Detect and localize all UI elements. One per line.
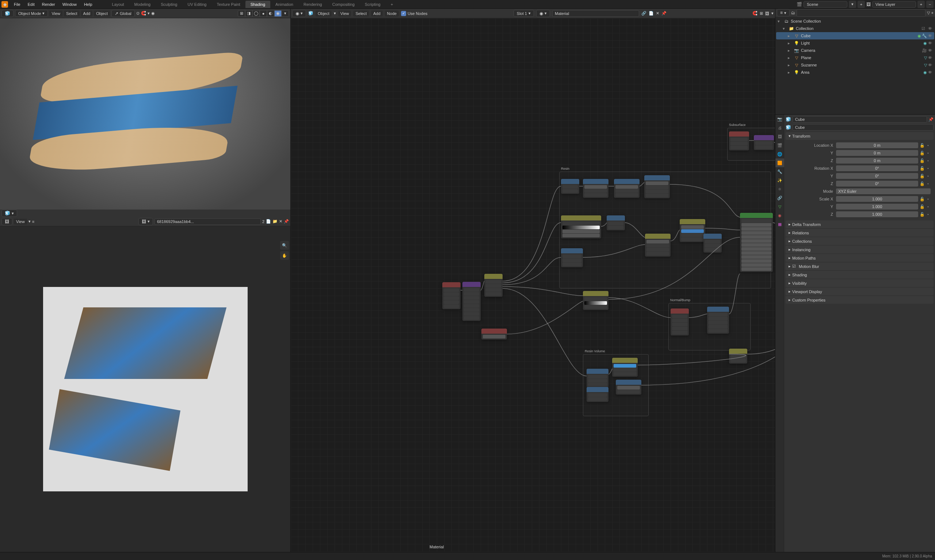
prop-tab-texture[interactable]: ▦ bbox=[775, 220, 784, 229]
node-select-menu[interactable]: Select bbox=[353, 11, 369, 17]
node-vol-1[interactable] bbox=[587, 369, 608, 388]
image-open-button[interactable]: 📁 bbox=[273, 219, 277, 224]
panel-visibility[interactable]: ▸Visibility bbox=[786, 279, 933, 287]
menu-render[interactable]: Render bbox=[39, 2, 59, 6]
orientation-dropdown[interactable]: ↗ Global bbox=[111, 10, 135, 17]
node-view-menu[interactable]: View bbox=[338, 11, 351, 17]
rotation-mode-dropdown[interactable]: XYZ Euler bbox=[836, 188, 930, 194]
proportional-toggle[interactable]: ◉ bbox=[151, 11, 155, 16]
collapse-icon[interactable]: ▾ bbox=[783, 26, 787, 31]
viewlayer-remove-button[interactable]: − bbox=[926, 1, 933, 8]
pin-button[interactable]: 📌 bbox=[929, 117, 933, 122]
shading-dropdown[interactable]: ▾ bbox=[282, 10, 289, 17]
node-tex-2[interactable] bbox=[614, 179, 639, 198]
node-tex-1[interactable] bbox=[583, 179, 608, 198]
collapse-icon[interactable]: ▸ bbox=[788, 34, 792, 38]
node-mix-1[interactable] bbox=[645, 234, 670, 257]
tree-collection[interactable]: ▾ 📁 Collection ☑👁 bbox=[776, 25, 934, 32]
prop-tab-world[interactable]: 🌐 bbox=[775, 150, 784, 158]
node-mapping-2[interactable] bbox=[462, 282, 481, 321]
lock-icon[interactable]: 🔓 bbox=[920, 151, 925, 155]
material-pin-button[interactable]: 📌 bbox=[661, 11, 667, 16]
node-canvas[interactable]: Subsurface Resin Resin Volume Normal/Bum… bbox=[291, 18, 775, 552]
lock-icon[interactable]: 🔓 bbox=[920, 166, 925, 171]
tree-item-light[interactable]: ▸ 💡 Light ◉ 👁 bbox=[776, 39, 934, 47]
prop-tab-physics[interactable]: ⚛ bbox=[775, 185, 784, 194]
viewport-view-menu[interactable]: View bbox=[49, 11, 62, 17]
scene-browse-button[interactable]: ▾ bbox=[849, 1, 856, 8]
snap-dropdown[interactable]: ▾ bbox=[148, 11, 150, 16]
workspace-uv-editing[interactable]: UV Editing bbox=[182, 1, 211, 8]
keyframe-icon[interactable]: • bbox=[926, 166, 930, 171]
outliner-search-input[interactable] bbox=[796, 9, 926, 17]
menu-file[interactable]: File bbox=[10, 2, 24, 6]
node-bump-2[interactable] bbox=[729, 349, 747, 364]
image-name-field[interactable]: 68186929aaa1bb4... bbox=[154, 218, 261, 225]
image-users-button[interactable]: 2 bbox=[262, 219, 265, 224]
workspace-layout[interactable]: Layout bbox=[107, 1, 129, 8]
editor-type-dropdown[interactable]: 🧊 bbox=[2, 10, 14, 17]
node-principled-1[interactable] bbox=[740, 213, 773, 272]
image-unlink-button[interactable]: ✕ bbox=[279, 219, 282, 224]
workspace-texture-paint[interactable]: Texture Paint bbox=[211, 1, 245, 8]
outliner-new-collection-button[interactable]: + bbox=[931, 11, 933, 15]
prop-tab-viewlayer[interactable]: 🖼 bbox=[775, 132, 784, 141]
tree-item-plane[interactable]: ▸ ▽ Plane ▽ 👁 bbox=[776, 54, 934, 62]
lock-icon[interactable]: 🔓 bbox=[920, 182, 925, 186]
snap-toggle[interactable]: 🧲 bbox=[141, 11, 146, 16]
location-z-field[interactable]: 0 m bbox=[836, 158, 918, 163]
collapse-icon[interactable]: ▸ bbox=[788, 70, 792, 75]
material-new-button[interactable]: 📄 bbox=[648, 11, 654, 16]
image-editor-type-dropdown[interactable]: 🖼 bbox=[2, 218, 12, 225]
viewlayer-name-field[interactable]: View Layer bbox=[872, 1, 916, 8]
node-mix-3[interactable] bbox=[704, 234, 722, 252]
tree-item-area[interactable]: ▸ 💡 Area ◉ 👁 bbox=[776, 69, 934, 76]
exclude-checkbox[interactable]: ☑ bbox=[920, 26, 926, 31]
node-math-1[interactable] bbox=[607, 215, 625, 230]
eye-icon[interactable]: 👁 bbox=[927, 48, 933, 52]
node-gradient-1[interactable] bbox=[561, 248, 583, 267]
keyframe-icon[interactable]: • bbox=[926, 182, 930, 186]
rotation-y-field[interactable]: 0° bbox=[836, 173, 918, 179]
panel-relations[interactable]: ▸Relations bbox=[786, 229, 933, 237]
collapse-icon[interactable]: ▸ bbox=[788, 55, 792, 60]
viewport-object-menu[interactable]: Object bbox=[94, 11, 110, 17]
object-name-field[interactable]: Cube bbox=[793, 116, 927, 123]
prop-tab-render[interactable]: 📷 bbox=[775, 115, 784, 123]
keyframe-icon[interactable]: • bbox=[926, 212, 930, 217]
outliner-tree[interactable]: ▾ 🗂 Scene Collection ▾ 📁 Collection ☑👁 ▸… bbox=[775, 17, 935, 114]
lock-icon[interactable]: 🔓 bbox=[920, 174, 925, 178]
prop-tab-data[interactable]: ▽ bbox=[775, 202, 784, 211]
pan-tool-icon[interactable]: ✋ bbox=[280, 251, 289, 260]
scale-x-field[interactable]: 1.000 bbox=[836, 196, 918, 202]
scene-name-field[interactable]: Scene bbox=[804, 1, 847, 8]
node-object-label[interactable]: Object bbox=[316, 11, 332, 17]
data-name-field[interactable]: Cube bbox=[793, 124, 933, 131]
rendered-shading[interactable]: ◉ bbox=[274, 10, 282, 17]
node-tex-4[interactable] bbox=[484, 274, 502, 297]
menu-edit[interactable]: Edit bbox=[24, 2, 39, 6]
menu-window[interactable]: Window bbox=[59, 2, 80, 6]
node-bump[interactable] bbox=[707, 307, 729, 334]
workspace-sculpting[interactable]: Sculpting bbox=[156, 1, 182, 8]
eye-icon[interactable]: 👁 bbox=[927, 34, 933, 38]
matpreview-shading[interactable]: ◐ bbox=[267, 10, 274, 17]
image-pin-button[interactable]: 📌 bbox=[284, 219, 289, 224]
workspace-animation[interactable]: Animation bbox=[270, 1, 299, 8]
slot-dropdown[interactable]: Slot 1 ▾ bbox=[513, 10, 534, 17]
prop-tab-output[interactable]: 🖨 bbox=[775, 123, 784, 132]
keyframe-icon[interactable]: • bbox=[926, 143, 930, 148]
node-snap-toggle[interactable]: 🧲 bbox=[752, 11, 758, 16]
prop-tab-scene[interactable]: 🎬 bbox=[775, 141, 784, 150]
node-texcoord-1[interactable] bbox=[729, 131, 749, 151]
node-texcoord-2[interactable] bbox=[561, 179, 579, 194]
panel-motion-paths[interactable]: ▸Motion Paths bbox=[786, 254, 933, 262]
workspace-shading[interactable]: Shading bbox=[245, 1, 270, 8]
location-x-field[interactable]: 0 m bbox=[836, 142, 918, 148]
rotation-x-field[interactable]: 0° bbox=[836, 165, 918, 171]
viewport-select-menu[interactable]: Select bbox=[64, 11, 80, 17]
keyframe-icon[interactable]: • bbox=[926, 158, 930, 163]
material-name-field[interactable]: Material bbox=[552, 10, 639, 17]
pivot-dropdown[interactable]: ⊙ bbox=[136, 11, 140, 16]
node-mapping-1[interactable] bbox=[754, 135, 774, 150]
